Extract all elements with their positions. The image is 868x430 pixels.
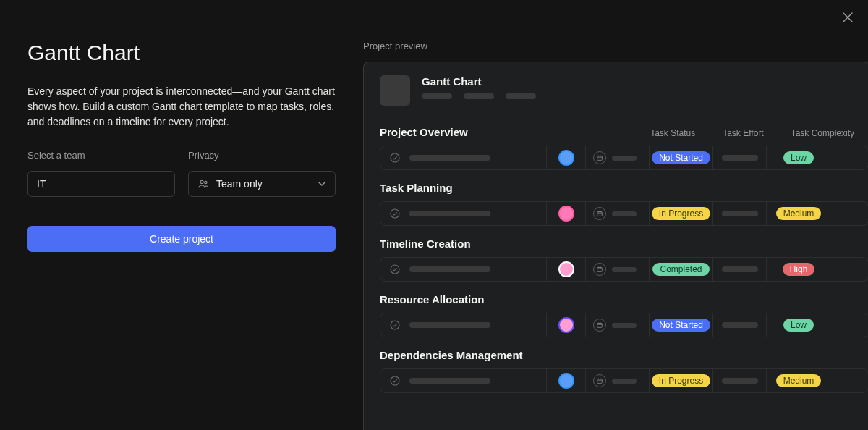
complexity-badge[interactable]: Low [783,151,814,164]
assignee-avatar[interactable] [558,261,574,277]
preview-card: Gantt Chart Project OverviewTask StatusT… [363,62,868,430]
calendar-icon[interactable] [593,263,606,276]
col-status: Task Status [650,128,695,138]
check-circle-icon[interactable] [389,152,401,164]
preview-label: Project preview [363,41,868,51]
task-name-placeholder [409,211,490,216]
page-title: Gantt Chart [27,41,336,65]
svg-point-4 [391,209,399,218]
svg-rect-7 [597,268,603,272]
meta-placeholder [422,93,452,99]
section-block: Task PlanningTask StatusTask EffortTask … [380,182,868,226]
task-row[interactable]: Not Started Low [380,146,868,170]
assignee-avatar[interactable] [558,150,574,166]
check-circle-icon[interactable] [389,375,401,387]
calendar-icon[interactable] [593,207,606,220]
svg-rect-9 [597,324,603,328]
section-block: Project OverviewTask StatusTask EffortTa… [380,126,868,170]
section-block: Dependencies ManagementTask StatusTask E… [380,349,868,393]
calendar-icon[interactable] [593,319,606,332]
team-input-value: IT [37,178,46,190]
template-description: Every aspect of your project is intercon… [27,84,336,130]
svg-rect-11 [597,379,603,384]
effort-placeholder [722,266,758,272]
project-thumbnail [380,75,410,106]
svg-point-0 [200,180,203,183]
task-name-placeholder [409,378,490,384]
assignee-avatar[interactable] [558,206,574,222]
chevron-down-icon [318,180,326,188]
section-title: Timeline Creation [380,237,471,250]
task-name-placeholder [409,155,490,161]
check-circle-icon[interactable] [389,208,401,219]
complexity-badge[interactable]: Medium [776,207,822,220]
status-badge[interactable]: In Progress [652,374,710,387]
assignee-avatar[interactable] [558,373,574,389]
calendar-icon[interactable] [593,151,606,164]
people-icon [197,178,209,190]
date-placeholder [612,323,637,328]
privacy-value: Team only [216,178,263,190]
status-badge[interactable]: In Progress [652,207,710,220]
svg-point-6 [391,265,399,274]
task-row[interactable]: In Progress Medium [380,201,868,226]
meta-placeholder [506,93,536,99]
assignee-avatar[interactable] [558,317,574,333]
task-row[interactable]: In Progress Medium [380,368,868,393]
section-title: Dependencies Management [380,349,523,361]
calendar-icon[interactable] [593,374,606,387]
date-placeholder [612,379,637,384]
check-circle-icon[interactable] [389,264,401,275]
right-panel: Project preview Gantt Chart Project Over… [363,0,868,430]
col-effort: Task Effort [723,128,763,138]
effort-placeholder [722,322,758,328]
status-badge[interactable]: Completed [652,263,709,276]
svg-rect-3 [597,156,603,161]
privacy-select[interactable]: Team only [188,171,336,197]
complexity-badge[interactable]: Medium [776,374,822,387]
date-placeholder [612,156,637,161]
task-name-placeholder [409,322,490,328]
effort-placeholder [722,211,758,216]
status-badge[interactable]: Not Started [652,151,710,164]
section-block: Resource AllocationTask StatusTask Effor… [380,293,868,337]
effort-placeholder [722,378,758,384]
svg-point-1 [205,181,207,183]
task-name-placeholder [409,266,490,272]
check-circle-icon[interactable] [389,319,401,331]
svg-point-10 [391,376,399,385]
team-label: Select a team [27,150,175,161]
left-panel: Gantt Chart Every aspect of your project… [0,0,363,430]
task-row[interactable]: Completed High [380,257,868,282]
privacy-label: Privacy [188,150,336,161]
section-block: Timeline CreationTask StatusTask EffortT… [380,237,868,282]
date-placeholder [612,211,637,216]
section-title: Project Overview [380,126,468,138]
status-badge[interactable]: Not Started [652,319,710,332]
section-title: Resource Allocation [380,293,484,305]
task-row[interactable]: Not Started Low [380,313,868,337]
svg-rect-5 [597,212,603,216]
meta-placeholder [464,93,494,99]
team-input[interactable]: IT [27,171,175,197]
svg-point-8 [391,321,399,329]
complexity-badge[interactable]: Low [783,319,814,332]
create-project-button[interactable]: Create project [27,226,336,252]
preview-title: Gantt Chart [422,75,536,88]
col-complexity: Task Complexity [791,128,854,138]
effort-placeholder [722,155,758,161]
complexity-badge[interactable]: High [783,263,815,276]
section-title: Task Planning [380,182,453,194]
date-placeholder [612,267,637,272]
svg-point-2 [391,153,399,162]
